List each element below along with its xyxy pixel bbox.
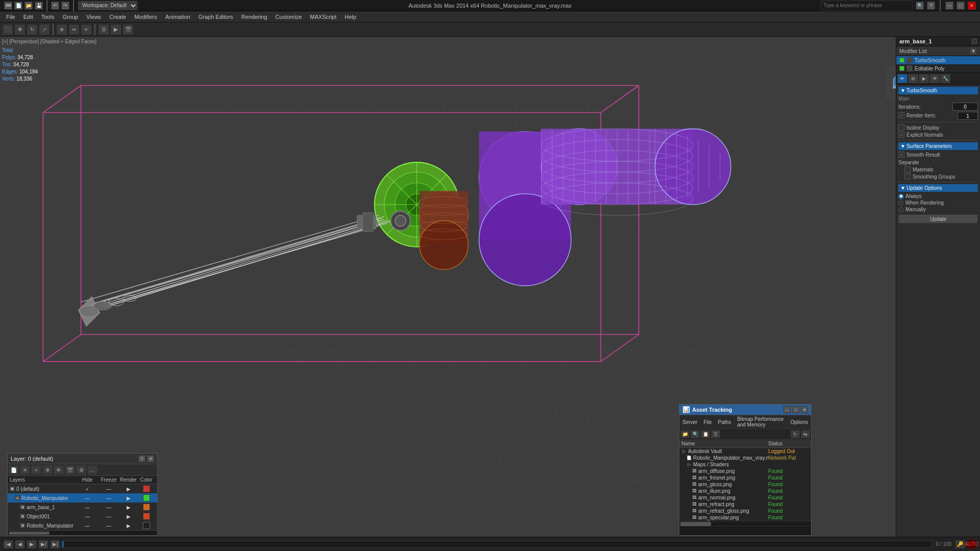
search-btn[interactable]: 🔍 [916, 2, 924, 10]
layer-render-3[interactable]: ▶ [119, 514, 137, 519]
asset-scrollbar[interactable] [679, 521, 811, 526]
time-slider[interactable] [62, 541, 932, 548]
at-btn-4[interactable]: ☰ [711, 430, 720, 438]
layer-freeze-0[interactable]: — [98, 486, 119, 492]
at-refresh-btn[interactable]: ↻ [791, 430, 800, 438]
tb-align[interactable]: ≡ [81, 24, 92, 35]
save-btn[interactable]: 💾 [35, 2, 43, 10]
at-btn-3[interactable]: 📋 [701, 430, 710, 438]
close-btn[interactable]: ✕ [968, 2, 976, 10]
layer-render-0[interactable]: ▶ [119, 486, 137, 492]
maximize-btn[interactable]: □ [957, 2, 965, 10]
redo-btn[interactable]: ↷ [61, 2, 69, 10]
ts-smooth-row[interactable]: ✓ Smooth Result [898, 152, 978, 158]
ts-when-rendering-radio[interactable] [898, 201, 903, 206]
layer-row-obj[interactable]: ◈ Object001 — — ▶ [8, 512, 157, 521]
ts-when-rendering-row[interactable]: When Rendering [898, 200, 978, 206]
ts-iter-input[interactable] [952, 103, 978, 111]
tb-render-setup[interactable]: 🎬 [122, 24, 134, 35]
lt-render-btn[interactable]: 🎬 [65, 465, 75, 474]
menu-views[interactable]: Views [82, 13, 105, 21]
undo-btn[interactable]: ↶ [51, 2, 59, 10]
lt-more-btn[interactable]: … [87, 465, 97, 474]
search-input[interactable] [821, 1, 913, 11]
at-btn-2[interactable]: 🔍 [691, 430, 700, 438]
menu-create[interactable]: Create [105, 13, 130, 21]
timeline-step-fwd[interactable]: ▶| [38, 540, 48, 549]
ts-always-radio[interactable] [898, 194, 903, 199]
rp-color-swatch[interactable] [972, 39, 977, 44]
asset-menu-options[interactable]: Options [788, 418, 811, 426]
menu-edit[interactable]: Edit [19, 13, 37, 21]
timeline-autokey[interactable]: AUTO [967, 540, 977, 549]
timeline-keyset[interactable]: 🔑 [955, 540, 965, 549]
layers-scroll-thumb[interactable] [9, 532, 50, 535]
asset-menu-file[interactable]: File [700, 418, 715, 426]
menu-rendering[interactable]: Rendering [237, 13, 272, 21]
asset-row-normal[interactable]: 🖼 arm_normal.png Found [679, 494, 811, 501]
ts-smooth-check[interactable]: ✓ [898, 152, 904, 158]
layers-scrollbar[interactable] [8, 530, 157, 535]
menu-maxscript[interactable]: MAXScript [306, 13, 340, 21]
asset-row-fresnel[interactable]: 🖼 arm_fresnel.png Found [679, 474, 811, 481]
asset-row-refract-gloss[interactable]: 🖼 arm_refract_gloss.png Found [679, 508, 811, 514]
asset-row-vault[interactable]: ▷ Autodesk Vault Logged Out [679, 448, 811, 455]
asset-row-file[interactable]: 📄 Robotic_Manipulator_max_vray.max Netwo… [679, 455, 811, 461]
rp-tab-motion[interactable]: ▶ [919, 74, 929, 83]
lt-freeze-btn[interactable]: ❄ [42, 465, 53, 474]
ts-update-btn[interactable]: Update [898, 214, 978, 223]
help-btn[interactable]: ? [927, 2, 935, 10]
ts-smoothing-row[interactable]: Smoothing Groups [898, 173, 978, 180]
layer-row-rm[interactable]: ◈ Robotic_Manipulator — — ▶ [8, 521, 157, 530]
modifier-list-dropdown[interactable]: ▼ [970, 47, 977, 55]
ts-explicit-row[interactable]: ✓ Explicit Normals [898, 132, 978, 138]
tb-move[interactable]: ✥ [14, 24, 26, 35]
asset-menu-bitmap[interactable]: Bitmap Performance and Memory [734, 415, 787, 429]
layer-color-3[interactable] [137, 513, 155, 520]
tb-mirror[interactable]: ⇔ [68, 24, 80, 35]
layers-close-btn[interactable]: ✕ [147, 455, 154, 462]
asset-row-maps[interactable]: ▷ Maps / Shaders [679, 461, 811, 468]
tb-rotate[interactable]: ↻ [27, 24, 38, 35]
lt-hide-btn[interactable]: 👁 [54, 465, 64, 474]
asset-row-specular[interactable]: 🖼 arm_specular.png Found [679, 514, 811, 521]
layer-freeze-4[interactable]: — [98, 523, 119, 529]
rp-tab-utility[interactable]: 🔧 [940, 74, 950, 83]
open-btn[interactable]: 📂 [24, 2, 33, 10]
lt-settings-btn[interactable]: ⚙ [76, 465, 86, 474]
ts-smoothing-check[interactable] [904, 173, 911, 180]
ts-section-title[interactable]: ▼ TurboSmooth [898, 87, 978, 94]
layer-render-1[interactable]: ▶ [119, 495, 137, 501]
ts-isoline-row[interactable]: Isoline Display [898, 124, 978, 131]
at-sync-btn[interactable]: ⇆ [801, 430, 810, 438]
asset-min-btn[interactable]: — [783, 406, 791, 413]
layer-row-default[interactable]: ◉ 0 (default) ✓ — ▶ [8, 484, 157, 493]
layer-row-arm[interactable]: ◈ arm_base_1 — — ▶ [8, 503, 157, 512]
asset-search-input[interactable] [679, 526, 811, 535]
ts-explicit-check[interactable]: ✓ [898, 132, 904, 138]
rp-tab-modify[interactable]: ✏ [897, 74, 908, 83]
menu-group[interactable]: Group [58, 13, 82, 21]
new-btn[interactable]: 📄 [14, 2, 22, 10]
ts-render-iters-check[interactable]: ✓ [898, 112, 904, 118]
tb-select[interactable]: ⬛ [2, 24, 13, 35]
layer-render-2[interactable]: ▶ [119, 505, 137, 510]
menu-tools[interactable]: Tools [37, 13, 59, 21]
asset-row-diffuse[interactable]: 🖼 arm_diffuse.png Found [679, 468, 811, 474]
asset-max-btn[interactable]: □ [792, 406, 799, 413]
layer-freeze-1[interactable]: — [98, 495, 119, 501]
layer-color-2[interactable] [137, 504, 155, 511]
timeline-step-back[interactable]: ◀ [15, 540, 25, 549]
menu-customize[interactable]: Customize [271, 13, 306, 21]
ts-manually-radio[interactable] [898, 207, 903, 212]
layer-color-1[interactable] [137, 494, 155, 502]
timeline-play[interactable]: ▶ [27, 540, 37, 549]
timeline-next[interactable]: ▶| [50, 540, 60, 549]
layer-hide-3[interactable]: — [77, 514, 98, 519]
rp-tab-display[interactable]: 👁 [929, 74, 940, 83]
layer-hide-1[interactable]: — [77, 495, 98, 501]
layers-titlebar[interactable]: Layer: 0 (default) ? ✕ [8, 454, 157, 464]
ts-materials-row[interactable]: Materials [898, 166, 978, 172]
layer-color-0[interactable] [137, 485, 155, 492]
tb-layer[interactable]: ☰ [98, 24, 109, 35]
